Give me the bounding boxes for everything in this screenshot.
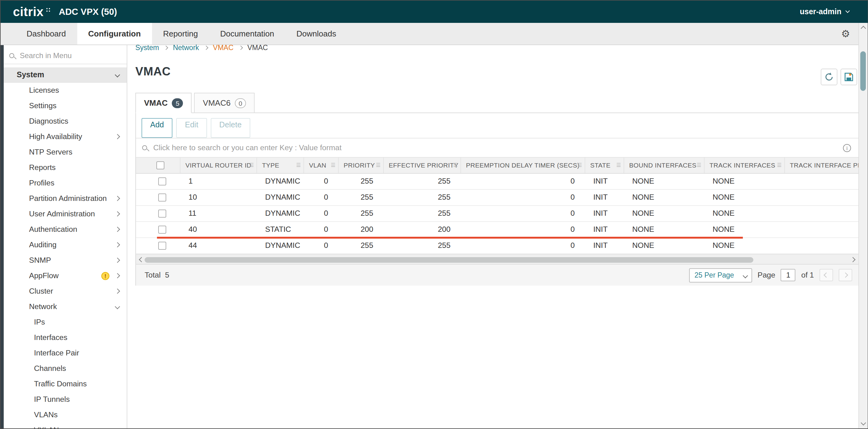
sidebar-item-reports[interactable]: Reports: [4, 160, 127, 176]
column-header-bound-interfaces[interactable]: BOUND INTERFACES☰: [624, 158, 704, 173]
column-header-vlan[interactable]: VLAN☰: [304, 158, 338, 173]
sidebar-item-label: IPs: [34, 318, 45, 327]
sidebar-item-label: Licenses: [29, 86, 59, 95]
scroll-down-icon[interactable]: [861, 420, 866, 426]
column-menu-icon[interactable]: ☰: [777, 158, 782, 173]
info-icon[interactable]: [843, 144, 851, 152]
sidebar-item-vlans[interactable]: VLANs: [4, 407, 127, 423]
total-value: 5: [165, 271, 169, 279]
sidebar-item-ips[interactable]: IPs: [4, 315, 127, 330]
scroll-right-icon[interactable]: [850, 257, 856, 263]
column-header-track-interface-priority[interactable]: TRACK INTERFACE PRI: [784, 158, 859, 173]
column-menu-icon[interactable]: ☰: [696, 158, 702, 173]
column-header-virtual-router-id[interactable]: VIRTUAL ROUTER ID☰: [180, 158, 256, 173]
cell-preemption-delay: 0: [460, 238, 585, 253]
row-checkbox[interactable]: [158, 177, 166, 185]
edit-button: Edit: [177, 118, 207, 138]
scroll-up-icon[interactable]: [861, 26, 866, 31]
sidebar-item-label: IP Tunnels: [34, 395, 70, 404]
table-row[interactable]: 1 DYNAMIC 0 255 255 0 INIT NONE NONE: [136, 174, 859, 190]
nav-tab-reporting[interactable]: Reporting: [152, 23, 209, 44]
breadcrumb-vmac[interactable]: VMAC: [213, 44, 233, 51]
column-menu-icon[interactable]: ☰: [249, 158, 254, 173]
nav-tab-documentation[interactable]: Documentation: [209, 23, 285, 44]
refresh-button[interactable]: [821, 69, 837, 85]
cell-track-interfaces: NONE: [704, 174, 784, 189]
column-menu-icon[interactable]: ☰: [296, 158, 301, 173]
cell-track-interface-priority: [784, 190, 859, 205]
sidebar-item-partition-administration[interactable]: Partition Administration: [4, 191, 127, 207]
row-checkbox[interactable]: [158, 193, 166, 202]
row-checkbox[interactable]: [158, 226, 166, 234]
sidebar-item-licenses[interactable]: Licenses: [4, 83, 127, 98]
user-menu[interactable]: user-admin: [800, 7, 849, 16]
page-number-input[interactable]: [781, 269, 796, 281]
cell-vlan: 0: [304, 190, 338, 205]
column-menu-icon[interactable]: ☰: [453, 158, 458, 173]
gear-icon[interactable]: ⚙: [841, 23, 850, 45]
scroll-left-icon[interactable]: [139, 257, 144, 263]
column-header-type[interactable]: TYPE☰: [256, 158, 304, 173]
column-header-effective-priority[interactable]: EFFECTIVE PRIORITY☰: [383, 158, 460, 173]
sidebar-item-ip-tunnels[interactable]: IP Tunnels: [4, 392, 127, 407]
table-row[interactable]: 10 DYNAMIC 0 255 255 0 INIT NONE NONE: [136, 190, 859, 206]
sidebar-item-ntp-servers[interactable]: NTP Servers: [4, 145, 127, 160]
sidebar-item-settings[interactable]: Settings: [4, 98, 127, 114]
table-search-input[interactable]: [152, 143, 523, 153]
sidebar-item-high-availability[interactable]: High Availability: [4, 129, 127, 145]
tab-vmac[interactable]: VMAC 5: [135, 93, 192, 113]
column-menu-icon[interactable]: ☰: [616, 158, 621, 173]
per-page-select[interactable]: 25 Per Page: [689, 268, 752, 282]
nav-tab-dashboard[interactable]: Dashboard: [16, 23, 77, 44]
page-action-icons: [821, 69, 857, 85]
sidebar-item-interface-pair[interactable]: Interface Pair: [4, 345, 127, 361]
sidebar-item-label: Interfaces: [34, 333, 67, 342]
sidebar-item-auditing[interactable]: Auditing: [4, 237, 127, 253]
search-icon: [142, 145, 147, 150]
sidebar-item-diagnostics[interactable]: Diagnostics: [4, 114, 127, 129]
breadcrumb-network[interactable]: Network: [173, 44, 199, 51]
column-menu-icon[interactable]: ☰: [376, 158, 381, 173]
sidebar-item-label: Settings: [29, 101, 57, 110]
vertical-scrollbar[interactable]: [858, 23, 867, 428]
nav-tab-configuration[interactable]: Configuration: [77, 23, 152, 44]
nav-tab-downloads[interactable]: Downloads: [285, 23, 347, 44]
sidebar-item-appflow[interactable]: AppFlow!: [4, 268, 127, 284]
table-row-highlighted[interactable]: 40 STATIC 0 200 200 0 INIT NONE NONE: [136, 222, 859, 238]
sidebar-item-network[interactable]: Network: [4, 299, 127, 315]
column-header-track-interfaces[interactable]: TRACK INTERFACES☰: [704, 158, 784, 173]
next-page-button[interactable]: [839, 269, 852, 281]
column-header-priority[interactable]: PRIORITY☰: [338, 158, 383, 173]
horizontal-scrollbar[interactable]: [136, 254, 859, 264]
table-row[interactable]: 11 DYNAMIC 0 255 255 0 INIT NONE NONE: [136, 206, 859, 222]
sidebar-item-cluster[interactable]: Cluster: [4, 284, 127, 299]
sidebar-item-vxlans[interactable]: VXLANs: [4, 423, 127, 428]
cell-vlan: 0: [304, 222, 338, 237]
prev-page-button[interactable]: [819, 269, 833, 281]
column-menu-icon[interactable]: ☰: [577, 158, 582, 173]
column-header-state[interactable]: STATE☰: [585, 158, 624, 173]
sidebar-item-interfaces[interactable]: Interfaces: [4, 330, 127, 345]
sidebar-item-profiles[interactable]: Profiles: [4, 176, 127, 191]
sidebar-item-user-administration[interactable]: User Administration: [4, 207, 127, 222]
table-row[interactable]: 44 DYNAMIC 0 255 255 0 INIT NONE NONE: [136, 238, 859, 254]
column-header-preemption-delay-timer[interactable]: PREEMPTION DELAY TIMER (SECS)☰: [460, 158, 585, 173]
sidebar-section-system[interactable]: System: [4, 67, 127, 83]
chevron-down-icon: [115, 72, 120, 78]
sidebar-item-snmp[interactable]: SNMP: [4, 253, 127, 268]
add-button[interactable]: Add: [142, 118, 173, 138]
sidebar-item-channels[interactable]: Channels: [4, 361, 127, 376]
save-config-button[interactable]: [840, 69, 857, 85]
sidebar-item-traffic-domains[interactable]: Traffic Domains: [4, 376, 127, 392]
select-all-checkbox[interactable]: [156, 161, 164, 170]
tab-vmac6[interactable]: VMAC6 0: [194, 93, 255, 113]
row-checkbox[interactable]: [158, 242, 166, 250]
cell-track-interface-priority: [784, 238, 859, 253]
horizontal-scrollbar-thumb[interactable]: [145, 257, 753, 263]
sidebar-search-input[interactable]: [19, 51, 111, 61]
column-menu-icon[interactable]: ☰: [331, 158, 336, 173]
sidebar-item-authentication[interactable]: Authentication: [4, 222, 127, 237]
breadcrumb-system[interactable]: System: [135, 44, 159, 51]
row-checkbox[interactable]: [158, 210, 166, 218]
vertical-scrollbar-thumb[interactable]: [860, 51, 866, 91]
